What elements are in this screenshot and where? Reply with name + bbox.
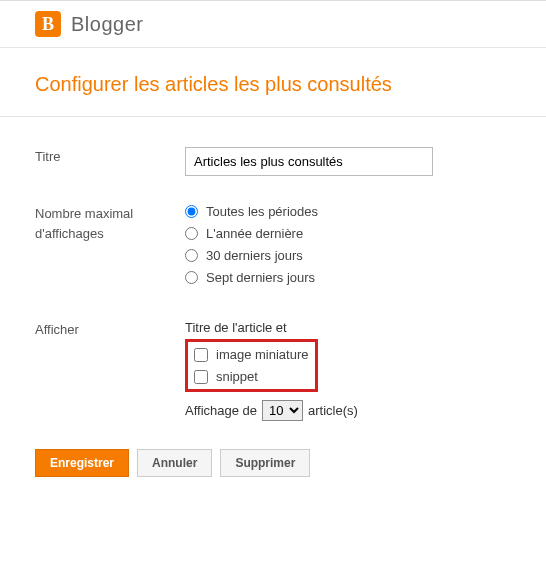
cancel-button[interactable]: Annuler [137, 449, 212, 477]
blogger-logo-icon: B [35, 11, 61, 37]
checkbox-thumbnail[interactable] [194, 348, 208, 362]
show-label: Afficher [35, 320, 185, 340]
highlight-box: image miniature snippet [185, 339, 318, 392]
radio-7-days[interactable] [185, 271, 198, 284]
top-bar: B Blogger [0, 0, 546, 48]
logo-letter: B [42, 14, 54, 35]
display-of-label: Affichage de [185, 403, 257, 418]
radio-last-year[interactable] [185, 227, 198, 240]
radio-all-periods-label: Toutes les périodes [206, 204, 318, 219]
delete-button[interactable]: Supprimer [220, 449, 310, 477]
button-row: Enregistrer Annuler Supprimer [35, 449, 511, 477]
form-area: Titre Nombre maximal d'affichages Toutes… [0, 117, 546, 507]
save-button[interactable]: Enregistrer [35, 449, 129, 477]
title-input[interactable] [185, 147, 433, 176]
title-section: Configurer les articles les plus consult… [0, 48, 546, 117]
checkbox-snippet-label: snippet [216, 369, 258, 384]
display-count-line: Affichage de 10 article(s) [185, 400, 511, 421]
radio-all-periods[interactable] [185, 205, 198, 218]
title-label: Titre [35, 147, 185, 167]
row-show: Afficher Titre de l'article et image min… [35, 320, 511, 421]
article-count-select[interactable]: 10 [262, 400, 303, 421]
radio-30-days-label: 30 derniers jours [206, 248, 303, 263]
radio-last-year-label: L'année dernière [206, 226, 303, 241]
max-display-label: Nombre maximal d'affichages [35, 204, 185, 243]
articles-suffix: article(s) [308, 403, 358, 418]
checkbox-thumbnail-label: image miniature [216, 347, 309, 362]
radio-30-days[interactable] [185, 249, 198, 262]
post-title-and-label: Titre de l'article et [185, 320, 511, 335]
page-title: Configurer les articles les plus consult… [35, 73, 511, 96]
brand-name: Blogger [71, 13, 143, 36]
row-max-display: Nombre maximal d'affichages Toutes les p… [35, 204, 511, 292]
checkbox-snippet[interactable] [194, 370, 208, 384]
row-title: Titre [35, 147, 511, 176]
radio-7-days-label: Sept derniers jours [206, 270, 315, 285]
